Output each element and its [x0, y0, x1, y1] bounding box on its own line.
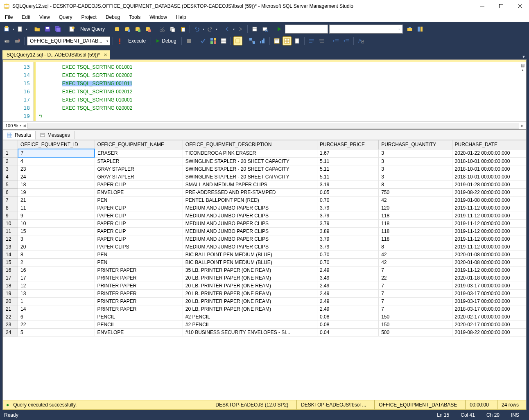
cell[interactable]: 150	[379, 321, 452, 329]
cell[interactable]: 15	[18, 228, 95, 235]
find-input[interactable]	[285, 25, 328, 34]
cell[interactable]: 3	[379, 165, 452, 173]
menu-help[interactable]: Help	[174, 14, 188, 21]
nav-fwd-icon[interactable]	[236, 25, 245, 34]
cell[interactable]: 1	[18, 298, 95, 305]
table-row[interactable]: 148PENBIC BALLPOINT PEN MEDIUM (BLUE)0.7…	[3, 251, 526, 259]
split-icon[interactable]: ▤	[521, 63, 524, 68]
cell[interactable]: 5	[18, 329, 95, 336]
cell[interactable]: 22	[379, 274, 452, 282]
parse-icon[interactable]	[199, 36, 208, 45]
cell[interactable]: 118	[379, 235, 452, 243]
cell[interactable]: 20 LB. PRINTER PAPER (ONE REAM)	[183, 290, 317, 298]
cell[interactable]: ENVELOPE	[95, 329, 183, 336]
cell[interactable]: 2020-01-08 00:00:00.000	[452, 259, 526, 266]
cell[interactable]: 2019-11-12 00:00:00.000	[452, 235, 526, 243]
table-row[interactable]: 1812PRINTER PAPER20 LB. PRINTER PAPER (O…	[3, 282, 526, 290]
cell[interactable]: 12	[18, 282, 95, 290]
db-query4-icon[interactable]	[143, 25, 152, 34]
cell[interactable]: 0.08	[317, 313, 378, 321]
cell[interactable]: 2	[18, 259, 95, 266]
table-row[interactable]: 721PENPENTEL BALLPOINT PEN (RED)0.704220…	[3, 196, 526, 204]
cell[interactable]: 21	[18, 196, 95, 204]
cell[interactable]: PAPER CLIP	[95, 235, 183, 243]
table-row[interactable]: 811PAPER CLIPMEDIUM AND JUMBO PAPER CLIP…	[3, 204, 526, 212]
cell[interactable]: 9	[18, 212, 95, 220]
cell[interactable]: 2019-11-12 00:00:00.000	[452, 243, 526, 251]
cell[interactable]: 17	[18, 274, 95, 282]
cell[interactable]: 3.79	[317, 204, 378, 212]
zoom-value[interactable]: 100 %	[5, 123, 18, 128]
table-row[interactable]: 99PAPER CLIPMEDIUM AND JUMBO PAPER CLIPS…	[3, 212, 526, 220]
debug-button[interactable]: Debug	[154, 38, 179, 44]
cell[interactable]: MEDIUM AND JUMBO PAPER CLIPS	[183, 204, 317, 212]
cell[interactable]: 1.67	[317, 149, 378, 157]
cell[interactable]: MEDIUM AND JUMBO PAPER CLIPS	[183, 243, 317, 251]
uncomment-icon[interactable]	[317, 36, 326, 45]
cell[interactable]: 23	[18, 165, 95, 173]
cell[interactable]: BIC BALLPOINT PEN MEDIUM (BLUE)	[183, 251, 317, 259]
cell[interactable]: SWINGLINE STAPLER - 20 SHEET CAPACITY	[183, 157, 317, 165]
cell[interactable]: 18	[18, 181, 95, 189]
cell[interactable]: PAPER CLIP	[95, 181, 183, 189]
cell[interactable]: TICONDEROGA PINK ERASER	[183, 149, 317, 157]
table-row[interactable]: 201PRINTER PAPER20 LB. PRINTER PAPER (ON…	[3, 298, 526, 305]
cell[interactable]: 2.49	[317, 305, 378, 313]
activity-icon[interactable]	[405, 25, 414, 34]
cell[interactable]: PRINTER PAPER	[95, 266, 183, 274]
cell[interactable]: 10	[18, 220, 95, 228]
close-button[interactable]	[514, 2, 526, 10]
copy-icon[interactable]	[168, 25, 177, 34]
cell[interactable]: PENCIL	[95, 313, 183, 321]
cell[interactable]: 20 LB. PRINTER PAPER (ONE REAM)	[183, 274, 317, 282]
cell[interactable]: 118	[379, 220, 452, 228]
menu-project[interactable]: Project	[80, 14, 98, 21]
properties-icon[interactable]	[250, 25, 259, 34]
cell[interactable]: SWINGLINE STAPLER - 20 SHEET CAPACITY	[183, 173, 317, 181]
actual-plan-icon[interactable]	[248, 36, 257, 45]
close-tab-icon[interactable]: ✕	[104, 52, 107, 58]
cell[interactable]: MEDIUM AND JUMBO PAPER CLIPS	[183, 220, 317, 228]
cell[interactable]: 0.70	[317, 196, 378, 204]
cell[interactable]: 2.49	[317, 266, 378, 274]
cell[interactable]: 20 LB. PRINTER PAPER (ONE REAM)	[183, 298, 317, 305]
cell[interactable]: 2.49	[317, 298, 378, 305]
cell[interactable]: PRINTER PAPER	[95, 290, 183, 298]
table-row[interactable]: 123PAPER CLIPMEDIUM AND JUMBO PAPER CLIP…	[3, 235, 526, 243]
new-query-icon[interactable]	[68, 25, 77, 34]
cell[interactable]: 20 LB. PRINTER PAPER (ONE REAM)	[183, 305, 317, 313]
cell[interactable]: 0.04	[317, 329, 378, 336]
menu-window[interactable]: Window	[148, 14, 169, 21]
cell[interactable]: 3.79	[317, 212, 378, 220]
run-icon[interactable]	[275, 25, 284, 34]
database-dropdown[interactable]: OFFICE_EQUIPMENT_DATAB...	[27, 36, 110, 45]
cell[interactable]: 3.49	[317, 274, 378, 282]
cell[interactable]: 14	[18, 305, 95, 313]
menu-tools[interactable]: Tools	[127, 14, 142, 21]
cell[interactable]: PAPER CLIP	[95, 212, 183, 220]
results-tab[interactable]: Results	[3, 131, 36, 140]
cell[interactable]: 2018-10-01 00:00:00.000	[452, 157, 526, 165]
new-project-icon[interactable]	[2, 25, 11, 34]
table-row[interactable]: 518PAPER CLIPSMALL AND MEDIUM PAPER CLIP…	[3, 181, 526, 189]
cell[interactable]: PAPER CLIP	[95, 220, 183, 228]
cell[interactable]: 3.79	[317, 235, 378, 243]
connect-icon[interactable]	[2, 36, 11, 45]
cell[interactable]: 2020-02-17 00:00:00.000	[452, 313, 526, 321]
change-connection-icon[interactable]	[13, 36, 22, 45]
cell[interactable]: 24	[18, 173, 95, 181]
cell[interactable]: SMALL AND MEDIUM PAPER CLIPS	[183, 181, 317, 189]
db-query-icon[interactable]	[113, 25, 122, 34]
cell[interactable]: 7	[379, 305, 452, 313]
cell[interactable]: 2018-10-01 00:00:00.000	[452, 165, 526, 173]
db-query2-icon[interactable]	[123, 25, 132, 34]
results-text-icon[interactable]	[272, 36, 281, 45]
cell[interactable]: 3	[379, 149, 452, 157]
cell[interactable]: 7	[18, 149, 95, 157]
cell[interactable]: 7	[379, 290, 452, 298]
specify-values-icon[interactable]: AB	[356, 36, 365, 45]
cell[interactable]: 19	[18, 189, 95, 196]
table-row[interactable]: 619ENVELOPEPRE-ADDRESSED AND PRE-STAMPED…	[3, 189, 526, 196]
cut-icon[interactable]	[158, 25, 167, 34]
cell[interactable]: 7	[379, 266, 452, 274]
